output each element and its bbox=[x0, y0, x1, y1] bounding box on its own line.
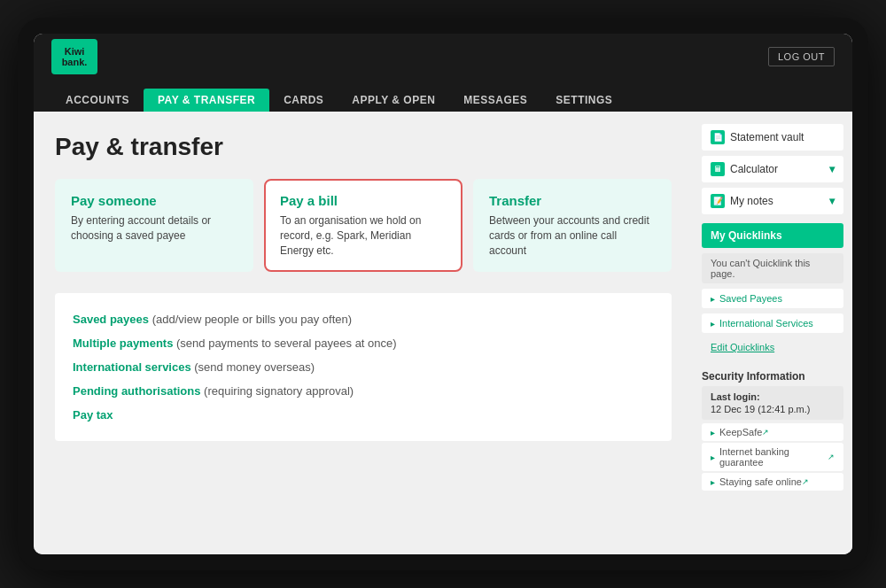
cant-quicklink-note: You can't Quicklink this page. bbox=[702, 253, 843, 283]
pending-auth-link-item: Pending authorisations (requiring signat… bbox=[73, 379, 654, 403]
logout-button[interactable]: LOG OUT bbox=[768, 47, 835, 66]
pay-bill-desc: To an organisation we hold on record, e.… bbox=[280, 213, 447, 258]
my-notes-item[interactable]: 📝 My notes ▾ bbox=[702, 188, 843, 214]
page-title: Pay & transfer bbox=[55, 133, 672, 161]
staying-safe-link[interactable]: Staying safe online ↗ bbox=[702, 473, 843, 491]
last-login-value: 12 Dec 19 (12:41 p.m.) bbox=[711, 404, 811, 414]
logo-box: Kiwi bank. bbox=[51, 39, 97, 74]
calculator-icon: 🖩 bbox=[711, 162, 725, 176]
multiple-payments-link-item: Multiple payments (send payments to seve… bbox=[73, 331, 654, 355]
my-notes-icon: 📝 bbox=[711, 194, 725, 208]
vault-icon-symbol: 📄 bbox=[713, 133, 723, 142]
banking-guarantee-ext-icon: ↗ bbox=[828, 453, 835, 461]
keepsafe-link[interactable]: KeepSafe ↗ bbox=[702, 423, 843, 441]
action-cards-row: Pay someone By entering account details … bbox=[55, 179, 672, 272]
nav-messages[interactable]: MESSAGES bbox=[449, 89, 541, 112]
pay-tax-link-item: Pay tax bbox=[73, 403, 654, 427]
saved-payees-link-item: Saved payees (add/view people or bills y… bbox=[73, 307, 654, 331]
sidebar: 📄 Statement vault 🖩 Calculator ▾ bbox=[693, 112, 852, 554]
pay-someone-desc: By entering account details or choosing … bbox=[71, 213, 237, 244]
nav-bar: ACCOUNTS PAY & TRANSFER CARDS APPLY & OP… bbox=[34, 80, 852, 112]
calculator-label: Calculator bbox=[730, 163, 778, 175]
international-services-link-item: International services (send money overs… bbox=[73, 355, 654, 379]
pay-someone-card[interactable]: Pay someone By entering account details … bbox=[55, 179, 253, 272]
tablet-frame: Kiwi bank. LOG OUT ACCOUNTS PAY & TRANSF… bbox=[18, 18, 868, 570]
quicklinks-title: My Quicklinks bbox=[702, 223, 843, 248]
saved-payees-quicklink[interactable]: Saved Payees bbox=[702, 289, 843, 308]
banking-guarantee-link[interactable]: Internet banking guarantee ↗ bbox=[702, 443, 843, 471]
my-notes-label: My notes bbox=[730, 195, 773, 207]
calculator-arrow: ▾ bbox=[829, 163, 835, 175]
pending-auth-desc: (requiring signatory approval) bbox=[200, 384, 354, 398]
last-login-label: Last login: bbox=[711, 391, 835, 402]
saved-payees-desc: (add/view people or bills you pay often) bbox=[149, 313, 352, 326]
edit-quicklinks-link[interactable]: Edit Quicklinks bbox=[702, 338, 843, 356]
statement-vault-icon: 📄 bbox=[711, 130, 725, 144]
nav-apply-open[interactable]: APPLY & OPEN bbox=[338, 89, 449, 112]
statement-vault-content: 📄 Statement vault bbox=[711, 130, 835, 144]
logo: Kiwi bank. bbox=[51, 39, 97, 74]
international-services-quicklink[interactable]: International Services bbox=[702, 313, 843, 333]
pay-tax-link[interactable]: Pay tax bbox=[73, 408, 113, 422]
multiple-payments-desc: (send payments to several payees at once… bbox=[173, 337, 396, 350]
international-services-desc: (send money overseas) bbox=[191, 360, 315, 374]
transfer-desc: Between your accounts and credit cards o… bbox=[489, 213, 656, 258]
saved-payees-link[interactable]: Saved payees bbox=[73, 313, 149, 326]
nav-settings[interactable]: SETTINGS bbox=[541, 89, 626, 112]
keepsafe-label: KeepSafe bbox=[719, 427, 762, 437]
nav-accounts[interactable]: ACCOUNTS bbox=[51, 89, 144, 112]
nav-cards[interactable]: CARDS bbox=[269, 89, 338, 112]
my-notes-arrow: ▾ bbox=[829, 195, 835, 207]
content-area: Pay & transfer Pay someone By entering a… bbox=[34, 112, 693, 554]
my-notes-content: 📝 My notes bbox=[711, 194, 829, 208]
security-title: Security Information bbox=[702, 367, 843, 386]
nav-pay-transfer[interactable]: PAY & TRANSFER bbox=[144, 89, 269, 112]
pay-someone-title[interactable]: Pay someone bbox=[71, 193, 237, 208]
statement-vault-item[interactable]: 📄 Statement vault bbox=[702, 124, 843, 151]
links-section: Saved payees (add/view people or bills y… bbox=[55, 293, 672, 441]
pay-bill-title[interactable]: Pay a bill bbox=[280, 193, 447, 208]
notes-icon-symbol: 📝 bbox=[713, 197, 723, 205]
multiple-payments-link[interactable]: Multiple payments bbox=[73, 337, 173, 350]
international-services-link[interactable]: International services bbox=[73, 360, 191, 374]
security-section: Security Information Last login: 12 Dec … bbox=[702, 367, 843, 492]
main-content: Pay & transfer Pay someone By entering a… bbox=[34, 112, 852, 554]
calculator-item[interactable]: 🖩 Calculator ▾ bbox=[702, 156, 843, 182]
pay-bill-card[interactable]: Pay a bill To an organisation we hold on… bbox=[264, 179, 462, 272]
calculator-content: 🖩 Calculator bbox=[711, 162, 829, 176]
top-bar: Kiwi bank. LOG OUT bbox=[34, 34, 852, 80]
transfer-card[interactable]: Transfer Between your accounts and credi… bbox=[473, 179, 672, 272]
banking-guarantee-label: Internet banking guarantee bbox=[719, 446, 828, 468]
keepsafe-ext-icon: ↗ bbox=[762, 428, 769, 437]
transfer-title[interactable]: Transfer bbox=[489, 193, 656, 208]
calc-icon-symbol: 🖩 bbox=[714, 165, 722, 174]
statement-vault-label: Statement vault bbox=[730, 131, 804, 143]
staying-safe-ext-icon: ↗ bbox=[802, 477, 809, 486]
screen: Kiwi bank. LOG OUT ACCOUNTS PAY & TRANSF… bbox=[34, 34, 852, 554]
staying-safe-label: Staying safe online bbox=[719, 476, 802, 487]
pending-auth-link[interactable]: Pending authorisations bbox=[73, 384, 200, 398]
last-login-box: Last login: 12 Dec 19 (12:41 p.m.) bbox=[702, 386, 843, 420]
